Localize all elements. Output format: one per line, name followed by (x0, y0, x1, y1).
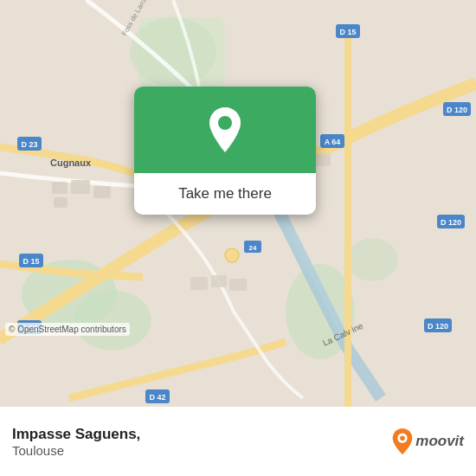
map-attribution: © OpenStreetMap contributors (5, 323, 130, 336)
popup-card: Take me there (134, 87, 316, 215)
svg-point-6 (130, 17, 216, 87)
location-pin-icon (206, 106, 244, 154)
svg-text:D 120: D 120 (428, 322, 448, 331)
svg-rect-39 (229, 279, 247, 291)
moovit-brand-text: moovit (415, 433, 464, 450)
svg-point-4 (346, 238, 398, 281)
svg-rect-35 (315, 154, 331, 166)
svg-text:D 42: D 42 (149, 393, 165, 402)
location-info: Impasse Saguens, Toulouse (12, 426, 391, 458)
svg-rect-37 (190, 277, 208, 290)
bottom-bar: Impasse Saguens, Toulouse moovit (0, 407, 476, 476)
svg-text:D 23: D 23 (21, 140, 37, 149)
location-city: Toulouse (12, 443, 391, 458)
svg-rect-32 (93, 186, 111, 198)
svg-point-46 (400, 435, 405, 441)
svg-point-2 (74, 290, 151, 351)
svg-rect-31 (71, 180, 90, 194)
svg-text:Cugnaux: Cugnaux (50, 158, 92, 168)
location-name: Impasse Saguens, (12, 426, 391, 443)
moovit-pin-icon (391, 428, 414, 455)
take-me-there-button[interactable]: Take me there (134, 173, 316, 215)
svg-rect-38 (211, 275, 227, 287)
svg-rect-33 (54, 197, 68, 208)
svg-point-40 (225, 248, 239, 262)
moovit-logo: moovit (391, 428, 464, 455)
popup-header (134, 87, 316, 173)
svg-text:D 120: D 120 (447, 106, 467, 114)
map-container: A 64 A 64 D 23 D 15 D 42 D 15 D 120 D 12… (0, 0, 476, 407)
svg-text:A 64: A 64 (325, 138, 341, 146)
svg-rect-30 (52, 182, 68, 194)
svg-text:D 15: D 15 (23, 257, 39, 266)
svg-point-44 (218, 116, 232, 130)
button-label: Take me there (178, 185, 272, 203)
attribution-text: © OpenStreetMap contributors (9, 325, 126, 334)
svg-text:D 15: D 15 (339, 28, 356, 36)
svg-text:24: 24 (249, 244, 257, 252)
svg-text:D 120: D 120 (441, 218, 461, 227)
